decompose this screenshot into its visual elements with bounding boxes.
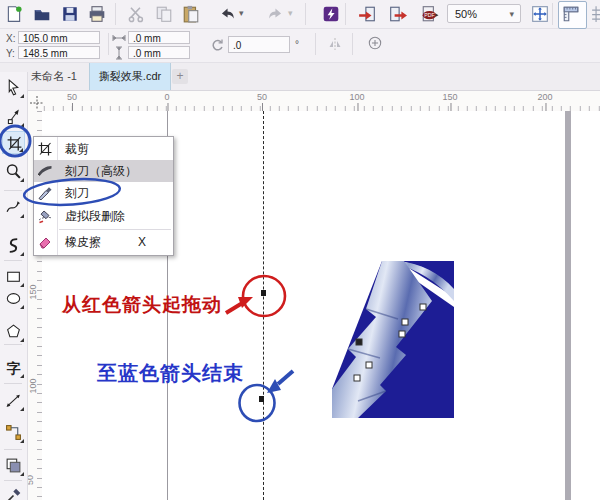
hruler-label: 0 bbox=[164, 92, 169, 102]
rectangle-tool[interactable] bbox=[2, 265, 25, 288]
svg-text:字: 字 bbox=[7, 360, 21, 376]
object-width-field[interactable]: .0 mm bbox=[128, 31, 190, 44]
application-launcher-icon[interactable] bbox=[322, 5, 340, 23]
toolbar-separator bbox=[345, 3, 346, 25]
vruler-label: 150 bbox=[28, 284, 38, 299]
toolbox-separator bbox=[4, 260, 22, 261]
save-icon[interactable] bbox=[61, 5, 79, 23]
connector-tool[interactable] bbox=[2, 421, 25, 444]
toolbox-separator bbox=[4, 383, 22, 384]
freehand-tool[interactable] bbox=[2, 196, 25, 219]
menu-item-knife-advanced[interactable]: 刻刀（高级） bbox=[34, 160, 173, 182]
knife-icon bbox=[37, 185, 53, 201]
object-height-field[interactable]: .0 mm bbox=[128, 46, 190, 59]
rotation-angle-field[interactable]: .0 bbox=[228, 36, 290, 53]
hruler-label: 50 bbox=[257, 92, 267, 102]
rulers-icon bbox=[562, 5, 580, 23]
menu-item-knife[interactable]: 刻刀 bbox=[34, 182, 173, 204]
document-tab-bar: 未命名 -1 撕裂效果.cdr + bbox=[0, 63, 600, 91]
mirror-icon[interactable] bbox=[328, 37, 342, 51]
virtual-segment-delete-icon bbox=[37, 208, 53, 224]
new-document-icon[interactable] bbox=[5, 5, 23, 23]
toolbar-separator bbox=[552, 3, 553, 25]
zoom-tool[interactable] bbox=[2, 160, 25, 183]
propbar-separator bbox=[352, 33, 353, 55]
dimension-tool[interactable] bbox=[2, 389, 25, 412]
toolbox-separator bbox=[4, 449, 22, 450]
object-height-icon bbox=[112, 46, 126, 60]
undo-icon[interactable] bbox=[218, 5, 236, 23]
hruler-label: 100 bbox=[349, 92, 364, 102]
y-position-field[interactable]: 148.5 mm bbox=[18, 46, 100, 59]
toolbox-separator bbox=[4, 190, 22, 191]
add-node-icon[interactable] bbox=[368, 36, 385, 53]
ellipse-tool[interactable] bbox=[2, 287, 25, 310]
x-position-field[interactable]: 105.0 mm bbox=[18, 31, 100, 44]
object-width-icon bbox=[112, 31, 126, 45]
svg-text:PDF: PDF bbox=[424, 12, 434, 18]
torn-paper-image[interactable] bbox=[332, 261, 454, 418]
undo-dropdown-arrow[interactable]: ▾ bbox=[239, 8, 244, 18]
text-tool[interactable]: 字 bbox=[2, 356, 25, 379]
propbar-separator bbox=[315, 33, 316, 55]
full-screen-preview-icon[interactable] bbox=[531, 5, 549, 23]
drag-end-annotation: 至蓝色箭头结束 bbox=[97, 360, 244, 387]
tab-tear-effect[interactable]: 撕裂效果.cdr bbox=[89, 63, 171, 90]
toolbox: 字 bbox=[0, 72, 28, 500]
standard-toolbar: ▾ ▾ PDF 50% ▾ bbox=[0, 0, 600, 29]
menu-item-virtual-segment-delete[interactable]: 虚拟段删除 bbox=[34, 205, 173, 227]
rulers-toggle-button[interactable] bbox=[558, 1, 587, 29]
property-bar: X: 105.0 mm Y: 148.5 mm .0 mm .0 mm .0 ° bbox=[0, 29, 600, 63]
pick-tool[interactable] bbox=[2, 76, 25, 99]
degree-symbol: ° bbox=[295, 39, 299, 50]
artistic-media-tool[interactable] bbox=[2, 234, 25, 257]
knife-cut-guideline[interactable] bbox=[263, 111, 264, 500]
print-icon[interactable] bbox=[88, 5, 106, 23]
toolbox-separator bbox=[4, 480, 22, 481]
eyedropper-icon bbox=[5, 487, 22, 500]
cut-icon[interactable] bbox=[127, 5, 145, 23]
crop-tool[interactable] bbox=[2, 131, 25, 154]
drag-start-annotation: 从红色箭头起拖动 bbox=[62, 292, 222, 318]
hruler-label: 200 bbox=[537, 92, 552, 102]
page-right-edge bbox=[565, 111, 571, 500]
eraser-icon bbox=[37, 234, 53, 250]
crop-tool-flyout-menu: 裁剪 刻刀（高级） 刻刀 虚拟段删除 橡皮擦 X bbox=[33, 136, 174, 256]
y-label: Y: bbox=[6, 48, 15, 59]
eyedropper-tool[interactable] bbox=[2, 484, 25, 500]
menu-item-eraser[interactable]: 橡皮擦 X bbox=[34, 231, 173, 253]
grid-toggle-icon[interactable] bbox=[591, 5, 600, 23]
drop-shadow-tool[interactable] bbox=[2, 454, 25, 477]
toolbar-separator bbox=[115, 3, 116, 25]
toolbar-separator bbox=[305, 3, 306, 25]
zoom-dropdown-arrow[interactable]: ▾ bbox=[509, 5, 514, 24]
zoom-level-value: 50% bbox=[455, 8, 477, 20]
hruler-label: 150 bbox=[442, 92, 457, 102]
publish-to-pdf-icon[interactable]: PDF bbox=[421, 5, 439, 23]
tab-untitled-1[interactable]: 未命名 -1 bbox=[20, 63, 88, 90]
redo-dropdown-arrow[interactable]: ▾ bbox=[288, 8, 293, 18]
horizontal-ruler[interactable]: 50 0 50 100 150 200 bbox=[42, 91, 600, 112]
knife-advanced-icon bbox=[37, 163, 53, 179]
menu-separator bbox=[59, 229, 171, 230]
shape-tool[interactable] bbox=[2, 105, 25, 128]
zoom-level-combo[interactable]: 50% ▾ bbox=[447, 4, 521, 23]
polygon-tool[interactable] bbox=[2, 320, 25, 343]
toolbox-separator bbox=[4, 344, 22, 345]
import-icon[interactable] bbox=[358, 5, 376, 23]
ruler-corner bbox=[28, 91, 42, 111]
eraser-shortcut: X bbox=[138, 231, 146, 253]
vruler-label: 100 bbox=[28, 378, 38, 393]
paste-icon[interactable] bbox=[182, 5, 200, 23]
menu-item-crop[interactable]: 裁剪 bbox=[34, 138, 173, 160]
crop-icon bbox=[37, 141, 53, 157]
export-icon[interactable] bbox=[389, 5, 407, 23]
copy-icon[interactable] bbox=[155, 5, 173, 23]
new-tab-button[interactable]: + bbox=[172, 69, 188, 84]
redo-icon[interactable] bbox=[267, 5, 285, 23]
coreldraw-window: ▾ ▾ PDF 50% ▾ X: 105.0 mm Y: 148.5 mm .0… bbox=[0, 0, 600, 500]
open-icon[interactable] bbox=[33, 5, 51, 23]
propbar-separator bbox=[108, 33, 109, 55]
x-label: X: bbox=[6, 33, 15, 44]
rotation-icon bbox=[210, 38, 224, 52]
